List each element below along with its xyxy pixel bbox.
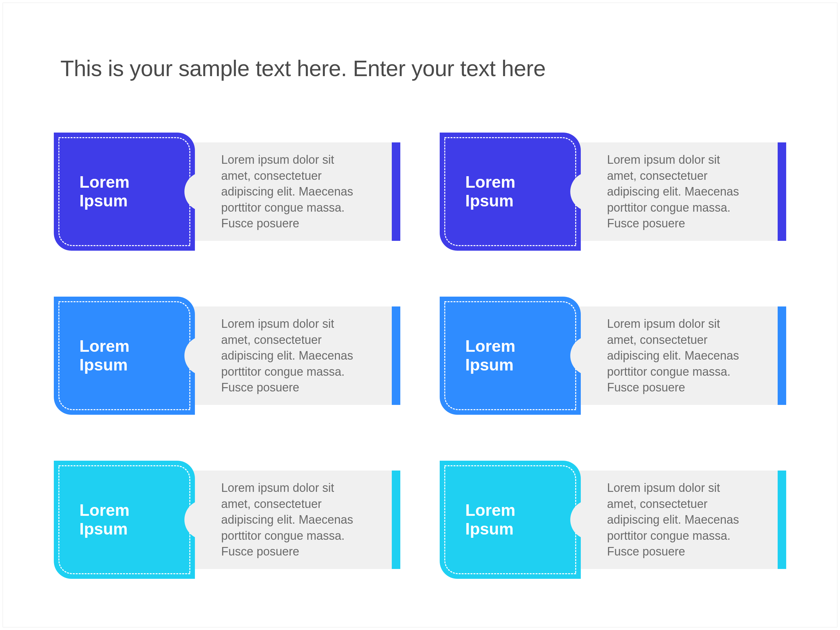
card-tab: Lorem Ipsum [440,297,581,415]
card-title: Lorem Ipsum [465,337,515,375]
card-description: Lorem ipsum dolor sit amet, consectetuer… [221,316,361,396]
card-tab: Lorem Ipsum [54,461,195,579]
card-title: Lorem Ipsum [465,501,515,539]
info-card: Lorem Ipsum Lorem ipsum dolor sit amet, … [440,461,786,579]
card-end-bar [778,306,786,405]
card-end-bar [778,471,786,569]
card-description: Lorem ipsum dolor sit amet, consectetuer… [607,316,747,396]
info-card: Lorem Ipsum Lorem ipsum dolor sit amet, … [440,133,786,251]
card-title: Lorem Ipsum [79,337,129,375]
card-end-bar [392,306,400,405]
info-card: Lorem Ipsum Lorem ipsum dolor sit amet, … [440,297,786,415]
card-tab: Lorem Ipsum [440,461,581,579]
card-end-bar [392,142,400,241]
info-card: Lorem Ipsum Lorem ipsum dolor sit amet, … [54,461,400,579]
card-description: Lorem ipsum dolor sit amet, consectetuer… [607,480,747,560]
info-card: Lorem Ipsum Lorem ipsum dolor sit amet, … [54,133,400,251]
card-end-bar [778,142,786,241]
card-title: Lorem Ipsum [79,501,129,539]
card-tab: Lorem Ipsum [54,297,195,415]
card-description: Lorem ipsum dolor sit amet, consectetuer… [221,152,361,232]
slide-canvas: This is your sample text here. Enter you… [3,3,837,627]
slide-heading: This is your sample text here. Enter you… [60,55,780,81]
card-tab: Lorem Ipsum [440,133,581,251]
card-description: Lorem ipsum dolor sit amet, consectetuer… [607,152,747,232]
card-tab: Lorem Ipsum [54,133,195,251]
card-end-bar [392,471,400,569]
card-title: Lorem Ipsum [465,173,515,211]
info-card: Lorem Ipsum Lorem ipsum dolor sit amet, … [54,297,400,415]
card-title: Lorem Ipsum [79,173,129,211]
card-description: Lorem ipsum dolor sit amet, consectetuer… [221,480,361,560]
card-grid: Lorem Ipsum Lorem ipsum dolor sit amet, … [54,133,786,579]
